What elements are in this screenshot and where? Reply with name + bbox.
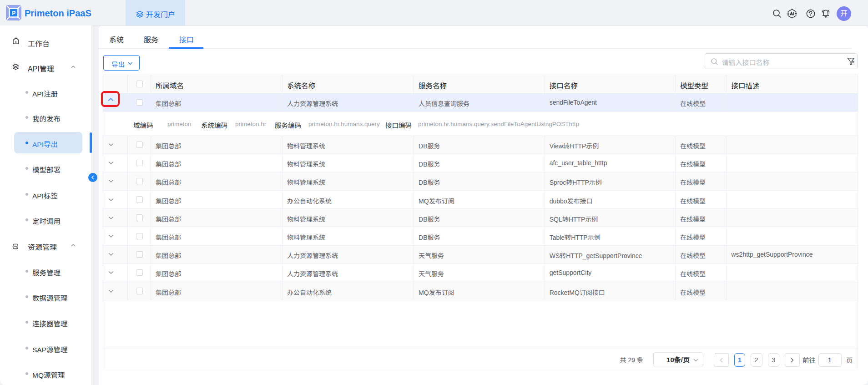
svg-text:P: P (12, 10, 15, 16)
